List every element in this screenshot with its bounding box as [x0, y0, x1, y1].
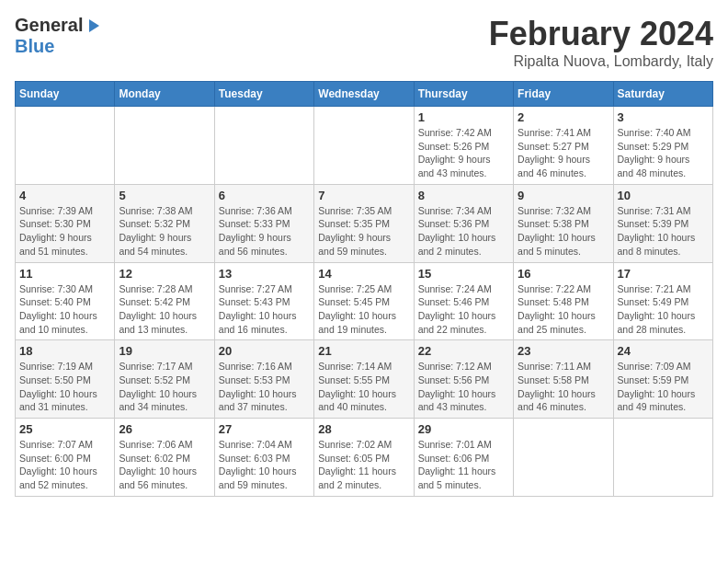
day-detail: Sunrise: 7:39 AM Sunset: 5:30 PM Dayligh… — [19, 204, 110, 259]
calendar-cell: 1Sunrise: 7:42 AM Sunset: 5:26 PM Daylig… — [414, 107, 513, 185]
day-detail: Sunrise: 7:21 AM Sunset: 5:49 PM Dayligh… — [618, 282, 709, 337]
day-number: 19 — [119, 344, 210, 358]
day-detail: Sunrise: 7:09 AM Sunset: 5:59 PM Dayligh… — [618, 360, 709, 414]
day-detail: Sunrise: 7:01 AM Sunset: 6:06 PM Dayligh… — [418, 438, 509, 492]
day-number: 18 — [19, 344, 110, 358]
page-header: General Blue February 2024 Ripalta Nuova… — [15, 15, 713, 70]
day-number: 11 — [19, 267, 110, 281]
day-detail: Sunrise: 7:41 AM Sunset: 5:27 PM Dayligh… — [518, 126, 609, 180]
day-number: 23 — [518, 344, 609, 358]
day-detail: Sunrise: 7:07 AM Sunset: 6:00 PM Dayligh… — [19, 438, 110, 492]
day-detail: Sunrise: 7:17 AM Sunset: 5:52 PM Dayligh… — [119, 360, 210, 414]
weekday-header-friday: Friday — [514, 82, 613, 107]
calendar-week-row: 25Sunrise: 7:07 AM Sunset: 6:00 PM Dayli… — [16, 419, 713, 497]
day-detail: Sunrise: 7:22 AM Sunset: 5:48 PM Dayligh… — [518, 282, 609, 337]
day-detail: Sunrise: 7:28 AM Sunset: 5:42 PM Dayligh… — [119, 282, 210, 337]
day-detail: Sunrise: 7:19 AM Sunset: 5:50 PM Dayligh… — [19, 360, 110, 414]
calendar-table: SundayMondayTuesdayWednesdayThursdayFrid… — [15, 81, 713, 497]
calendar-cell: 29Sunrise: 7:01 AM Sunset: 6:06 PM Dayli… — [414, 419, 513, 497]
logo-triangle-icon — [85, 17, 101, 34]
day-detail: Sunrise: 7:42 AM Sunset: 5:26 PM Dayligh… — [418, 126, 509, 180]
day-number: 4 — [19, 189, 110, 202]
day-detail: Sunrise: 7:02 AM Sunset: 6:05 PM Dayligh… — [318, 438, 409, 492]
weekday-header-thursday: Thursday — [414, 82, 513, 107]
calendar-cell: 10Sunrise: 7:31 AM Sunset: 5:39 PM Dayli… — [613, 184, 712, 262]
day-detail: Sunrise: 7:12 AM Sunset: 5:56 PM Dayligh… — [418, 360, 509, 414]
day-detail: Sunrise: 7:36 AM Sunset: 5:33 PM Dayligh… — [219, 204, 310, 259]
day-detail: Sunrise: 7:40 AM Sunset: 5:29 PM Dayligh… — [618, 126, 709, 180]
month-title: February 2024 — [489, 15, 713, 53]
day-detail: Sunrise: 7:24 AM Sunset: 5:46 PM Dayligh… — [418, 282, 509, 337]
calendar-cell: 7Sunrise: 7:35 AM Sunset: 5:35 PM Daylig… — [314, 184, 414, 262]
calendar-week-row: 18Sunrise: 7:19 AM Sunset: 5:50 PM Dayli… — [16, 340, 713, 419]
calendar-cell: 2Sunrise: 7:41 AM Sunset: 5:27 PM Daylig… — [514, 107, 613, 185]
day-number: 21 — [318, 344, 409, 358]
location-title: Ripalta Nuova, Lombardy, Italy — [489, 53, 713, 70]
calendar-cell: 19Sunrise: 7:17 AM Sunset: 5:52 PM Dayli… — [115, 340, 214, 419]
day-detail: Sunrise: 7:35 AM Sunset: 5:35 PM Dayligh… — [318, 204, 409, 259]
calendar-cell — [613, 419, 712, 497]
calendar-week-row: 4Sunrise: 7:39 AM Sunset: 5:30 PM Daylig… — [16, 184, 713, 262]
day-detail: Sunrise: 7:34 AM Sunset: 5:36 PM Dayligh… — [418, 204, 509, 259]
day-detail: Sunrise: 7:31 AM Sunset: 5:39 PM Dayligh… — [618, 204, 709, 259]
day-number: 3 — [618, 110, 709, 124]
calendar-cell: 4Sunrise: 7:39 AM Sunset: 5:30 PM Daylig… — [16, 184, 115, 262]
day-number: 16 — [518, 267, 609, 281]
calendar-cell: 23Sunrise: 7:11 AM Sunset: 5:58 PM Dayli… — [514, 340, 613, 419]
calendar-cell: 28Sunrise: 7:02 AM Sunset: 6:05 PM Dayli… — [314, 419, 414, 497]
day-number: 13 — [219, 267, 310, 281]
day-detail: Sunrise: 7:27 AM Sunset: 5:43 PM Dayligh… — [219, 282, 310, 337]
calendar-cell: 13Sunrise: 7:27 AM Sunset: 5:43 PM Dayli… — [214, 262, 313, 340]
calendar-cell: 8Sunrise: 7:34 AM Sunset: 5:36 PM Daylig… — [414, 184, 513, 262]
day-number: 6 — [219, 189, 310, 202]
day-number: 10 — [618, 189, 709, 202]
weekday-header-saturday: Saturday — [613, 82, 712, 107]
day-number: 5 — [119, 189, 210, 202]
day-detail: Sunrise: 7:25 AM Sunset: 5:45 PM Dayligh… — [318, 282, 409, 337]
day-number: 27 — [219, 422, 310, 436]
weekday-header-tuesday: Tuesday — [214, 82, 313, 107]
weekday-header-monday: Monday — [115, 82, 214, 107]
calendar-cell: 14Sunrise: 7:25 AM Sunset: 5:45 PM Dayli… — [314, 262, 414, 340]
calendar-cell: 12Sunrise: 7:28 AM Sunset: 5:42 PM Dayli… — [115, 262, 214, 340]
day-detail: Sunrise: 7:30 AM Sunset: 5:40 PM Dayligh… — [19, 282, 110, 337]
calendar-cell: 24Sunrise: 7:09 AM Sunset: 5:59 PM Dayli… — [613, 340, 712, 419]
weekday-header-row: SundayMondayTuesdayWednesdayThursdayFrid… — [16, 82, 713, 107]
calendar-cell: 27Sunrise: 7:04 AM Sunset: 6:03 PM Dayli… — [214, 419, 313, 497]
logo-blue-text: Blue — [15, 36, 54, 56]
calendar-cell — [214, 107, 313, 185]
day-number: 7 — [318, 189, 409, 202]
day-detail: Sunrise: 7:04 AM Sunset: 6:03 PM Dayligh… — [219, 438, 310, 492]
title-area: February 2024 Ripalta Nuova, Lombardy, I… — [489, 15, 713, 70]
day-number: 25 — [19, 422, 110, 436]
calendar-cell: 21Sunrise: 7:14 AM Sunset: 5:55 PM Dayli… — [314, 340, 414, 419]
calendar-cell: 3Sunrise: 7:40 AM Sunset: 5:29 PM Daylig… — [613, 107, 712, 185]
day-number: 14 — [318, 267, 409, 281]
calendar-cell — [314, 107, 414, 185]
day-detail: Sunrise: 7:38 AM Sunset: 5:32 PM Dayligh… — [119, 204, 210, 259]
weekday-header-wednesday: Wednesday — [314, 82, 414, 107]
day-number: 1 — [418, 110, 509, 124]
day-number: 9 — [518, 189, 609, 202]
calendar-cell: 9Sunrise: 7:32 AM Sunset: 5:38 PM Daylig… — [514, 184, 613, 262]
calendar-week-row: 11Sunrise: 7:30 AM Sunset: 5:40 PM Dayli… — [16, 262, 713, 340]
calendar-cell: 11Sunrise: 7:30 AM Sunset: 5:40 PM Dayli… — [16, 262, 115, 340]
day-number: 22 — [418, 344, 509, 358]
day-number: 2 — [518, 110, 609, 124]
calendar-cell — [514, 419, 613, 497]
day-detail: Sunrise: 7:16 AM Sunset: 5:53 PM Dayligh… — [219, 360, 310, 414]
day-number: 15 — [418, 267, 509, 281]
day-number: 26 — [119, 422, 210, 436]
calendar-cell: 18Sunrise: 7:19 AM Sunset: 5:50 PM Dayli… — [16, 340, 115, 419]
weekday-header-sunday: Sunday — [16, 82, 115, 107]
calendar-cell: 22Sunrise: 7:12 AM Sunset: 5:56 PM Dayli… — [414, 340, 513, 419]
day-number: 29 — [418, 422, 509, 436]
day-detail: Sunrise: 7:06 AM Sunset: 6:02 PM Dayligh… — [119, 438, 210, 492]
day-number: 8 — [418, 189, 509, 202]
calendar-cell: 16Sunrise: 7:22 AM Sunset: 5:48 PM Dayli… — [514, 262, 613, 340]
day-detail: Sunrise: 7:32 AM Sunset: 5:38 PM Dayligh… — [518, 204, 609, 259]
calendar-cell: 17Sunrise: 7:21 AM Sunset: 5:49 PM Dayli… — [613, 262, 712, 340]
day-number: 17 — [618, 267, 709, 281]
calendar-cell: 25Sunrise: 7:07 AM Sunset: 6:00 PM Dayli… — [16, 419, 115, 497]
calendar-cell: 26Sunrise: 7:06 AM Sunset: 6:02 PM Dayli… — [115, 419, 214, 497]
